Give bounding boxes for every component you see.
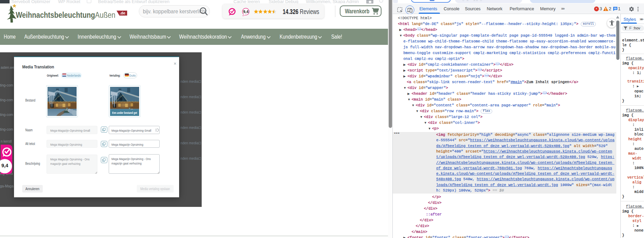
svg-text:Een ander bestand get: Een ander bestand get [112, 111, 137, 115]
svg-text:9,4: 9,4 [243, 10, 249, 14]
